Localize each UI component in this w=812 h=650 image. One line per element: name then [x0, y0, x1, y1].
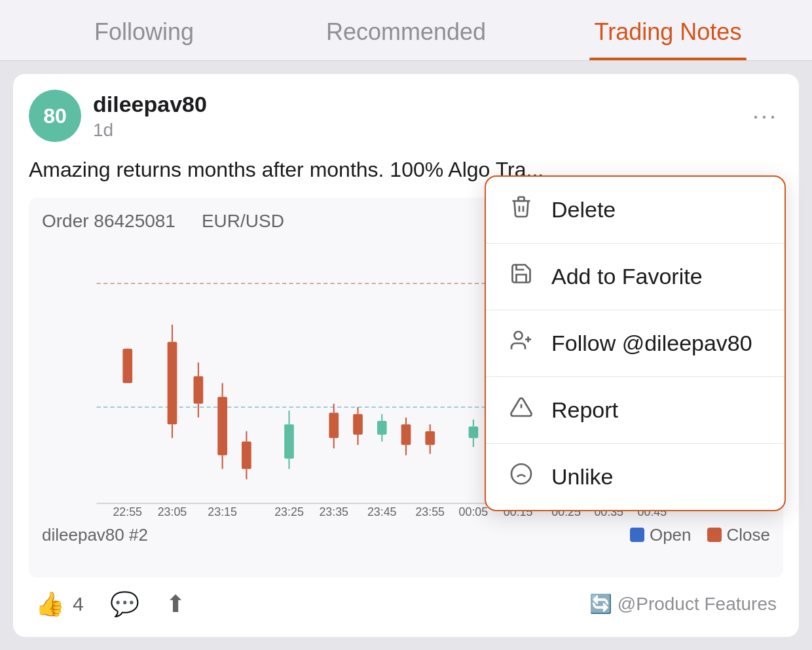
menu-item-delete[interactable]: Delete — [486, 177, 784, 244]
like-button[interactable]: 👍 4 — [35, 590, 84, 618]
avatar: 80 — [29, 90, 81, 142]
share-icon: ⬆ — [166, 590, 185, 618]
more-options-button[interactable]: ··· — [747, 97, 783, 135]
comment-button[interactable]: 💬 — [110, 590, 139, 618]
svg-text:23:15: 23:15 — [208, 505, 237, 517]
svg-rect-13 — [194, 376, 204, 404]
comment-icon: 💬 — [110, 590, 139, 618]
legend-close-dot — [707, 528, 722, 542]
time-ago: 1d — [93, 120, 747, 141]
username: dileepav80 — [93, 92, 747, 117]
menu-item-add-favorite[interactable]: Add to Favorite — [486, 244, 784, 310]
svg-rect-37 — [425, 431, 435, 445]
legend-close: Close — [707, 525, 770, 545]
svg-rect-66 — [519, 197, 525, 201]
like-icon: 👍 — [35, 590, 65, 618]
menu-item-report[interactable]: Report — [486, 377, 784, 444]
delete-icon — [507, 195, 536, 225]
share-button[interactable]: ⬆ — [166, 590, 185, 618]
order-label: Order 86425081 — [42, 211, 175, 232]
dropdown-menu: Delete Add to Favorite — [485, 175, 786, 511]
report-icon — [507, 395, 536, 425]
svg-text:23:45: 23:45 — [367, 505, 397, 517]
tabs-bar: Following Recommended Trading Notes — [0, 0, 812, 61]
tab-following[interactable]: Following — [13, 0, 275, 60]
pair-label: EUR/USD — [202, 211, 284, 232]
favorite-icon — [507, 262, 536, 291]
svg-rect-7 — [122, 349, 132, 384]
like-count: 4 — [73, 593, 84, 615]
svg-text:00:05: 00:05 — [459, 505, 489, 517]
user-row: 80 dileepav80 1d ··· — [29, 90, 783, 142]
chart-footer-name: dileepav80 #2 — [42, 525, 148, 545]
svg-rect-19 — [242, 441, 251, 469]
svg-rect-10 — [168, 342, 177, 424]
tab-trading-notes[interactable]: Trading Notes — [537, 0, 799, 60]
svg-text:23:55: 23:55 — [415, 505, 445, 517]
svg-rect-40 — [469, 426, 479, 438]
tab-recommended[interactable]: Recommended — [275, 0, 537, 60]
watermark-icon: 🔄 — [589, 593, 612, 615]
post-actions: 👍 4 💬 ⬆ 🔄 @Product Features — [29, 577, 783, 618]
chart-legend: Open Close — [630, 525, 770, 545]
follow-icon — [507, 329, 536, 358]
menu-item-unlike[interactable]: Unlike — [486, 444, 784, 510]
unlike-icon — [507, 462, 536, 492]
svg-point-67 — [515, 332, 523, 340]
svg-text:22:55: 22:55 — [113, 505, 142, 517]
svg-text:23:35: 23:35 — [319, 505, 348, 517]
svg-rect-16 — [217, 397, 227, 455]
svg-rect-28 — [353, 414, 363, 435]
watermark: 🔄 @Product Features — [589, 593, 777, 615]
post-card: 80 dileepav80 1d ··· Amazing returns mon… — [13, 74, 799, 637]
menu-item-follow[interactable]: Follow @dileepav80 — [486, 310, 784, 377]
legend-open: Open — [630, 525, 692, 545]
svg-text:23:05: 23:05 — [158, 505, 187, 517]
user-info: dileepav80 1d — [93, 92, 747, 141]
svg-rect-34 — [401, 424, 411, 445]
svg-rect-31 — [377, 421, 387, 435]
svg-text:23:25: 23:25 — [274, 505, 304, 517]
svg-point-72 — [511, 464, 531, 484]
svg-rect-25 — [329, 412, 339, 438]
legend-open-dot — [630, 528, 644, 542]
phone-container: Following Recommended Trading Notes 80 d… — [0, 0, 812, 650]
svg-rect-22 — [284, 424, 294, 459]
chart-footer: dileepav80 #2 Open Close — [42, 525, 770, 545]
